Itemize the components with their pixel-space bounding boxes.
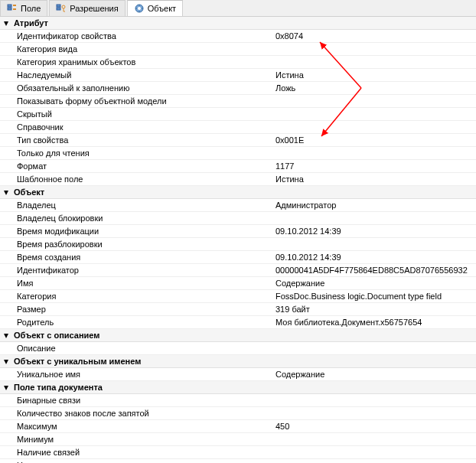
property-row[interactable]: ИмяСодержание: [0, 277, 476, 290]
property-row[interactable]: Не учитывать международное время: [0, 459, 476, 463]
property-row[interactable]: Скрытый: [0, 108, 476, 121]
tab-object[interactable]: Объект: [127, 0, 183, 16]
collapse-icon[interactable]: ▾: [2, 331, 11, 340]
property-label: Категория хранимых объектов: [0, 57, 274, 67]
property-label: Шаблонное поле: [0, 174, 274, 184]
property-row[interactable]: Время разблокировки: [0, 238, 476, 251]
section-object[interactable]: ▾ Объект: [0, 186, 476, 199]
property-row[interactable]: Только для чтения: [0, 147, 476, 160]
property-row[interactable]: Время модификации09.10.2012 14:39: [0, 225, 476, 238]
property-row[interactable]: Количество знаков после запятой: [0, 407, 476, 420]
object-icon: [134, 3, 145, 14]
field-icon: [7, 3, 18, 14]
property-row[interactable]: Время создания09.10.2012 14:39: [0, 251, 476, 264]
collapse-icon[interactable]: ▾: [2, 383, 11, 392]
property-row[interactable]: Шаблонное полеИстина: [0, 173, 476, 186]
property-value[interactable]: 1177: [274, 161, 476, 171]
property-label: Описание: [0, 344, 274, 353]
property-label: Бинарные связи: [0, 396, 274, 405]
property-row[interactable]: Идентификатор00000041A5DF4F775864ED88C5A…: [0, 264, 476, 277]
property-label: Имя: [0, 279, 274, 288]
property-value[interactable]: 319 байт: [274, 305, 476, 314]
property-label: Время модификации: [0, 227, 274, 236]
property-row[interactable]: Категория хранимых объектов: [0, 56, 476, 69]
property-row[interactable]: Показывать форму объектной модели: [0, 95, 476, 108]
property-row[interactable]: КатегорияFossDoc.Business logic.Document…: [0, 290, 476, 303]
svg-point-4: [62, 5, 65, 8]
property-value[interactable]: 450: [274, 422, 476, 431]
property-row[interactable]: Обязательный к заполнениюЛожь: [0, 82, 476, 95]
property-label: Формат: [0, 161, 274, 171]
property-value[interactable]: Истина: [274, 70, 476, 80]
section-object-desc[interactable]: ▾ Объект с описанием: [0, 329, 476, 342]
property-row[interactable]: Бинарные связи: [0, 394, 476, 407]
property-value[interactable]: Содержание: [274, 370, 476, 379]
property-row[interactable]: Описание: [0, 342, 476, 355]
section-object-unique[interactable]: ▾ Объект с уникальным именем: [0, 355, 476, 368]
property-label: Время создания: [0, 253, 274, 262]
tab-permissions[interactable]: Разрешения: [49, 0, 125, 16]
property-label: Тип свойства: [0, 135, 274, 145]
property-row[interactable]: ВладелецАдминистратор: [0, 199, 476, 212]
property-row[interactable]: НаследуемыйИстина: [0, 69, 476, 82]
property-label: Категория: [0, 292, 274, 301]
collapse-icon[interactable]: ▾: [2, 187, 11, 197]
property-label: Обязательный к заполнению: [0, 83, 274, 93]
tab-object-label: Объект: [148, 4, 176, 13]
property-value[interactable]: Истина: [274, 174, 476, 184]
section-attribute[interactable]: ▾ Атрибут: [0, 17, 476, 30]
property-label: Размер: [0, 305, 274, 314]
svg-point-6: [138, 7, 141, 10]
property-row[interactable]: Наличие связей: [0, 446, 476, 459]
property-label: Количество знаков после запятой: [0, 409, 274, 418]
collapse-icon[interactable]: ▾: [2, 357, 11, 366]
section-object-title: Объект: [14, 187, 44, 197]
tab-field-label: Поле: [21, 4, 41, 13]
property-row[interactable]: Размер319 байт: [0, 303, 476, 316]
property-value[interactable]: Ложь: [274, 83, 476, 93]
property-label: Скрытый: [0, 109, 274, 119]
tab-field[interactable]: Поле: [0, 0, 47, 16]
property-label: Максимум: [0, 422, 274, 431]
tabs-bar: Поле Разрешения Объект: [0, 0, 476, 17]
property-value[interactable]: FossDoc.Business logic.Document type fie…: [274, 292, 476, 301]
property-row[interactable]: Минимум: [0, 433, 476, 446]
property-row[interactable]: Тип свойства0x001E: [0, 134, 476, 147]
property-row[interactable]: Уникальное имяСодержание: [0, 368, 476, 381]
property-value[interactable]: 0x001E: [274, 135, 476, 145]
property-label: Показывать форму объектной модели: [0, 96, 274, 106]
property-label: Родитель: [0, 318, 274, 327]
property-row[interactable]: Идентификатор свойства0x8074: [0, 30, 476, 43]
permissions-icon: [56, 3, 67, 14]
section-object-unique-title: Объект с уникальным именем: [14, 357, 141, 366]
property-row[interactable]: Формат1177: [0, 160, 476, 173]
property-value[interactable]: 00000041A5DF4F775864ED88C5AD87076556932: [274, 266, 476, 275]
property-label: Время разблокировки: [0, 240, 274, 249]
property-label: Категория вида: [0, 44, 274, 54]
property-row[interactable]: Категория вида: [0, 43, 476, 56]
property-value[interactable]: 09.10.2012 14:39: [274, 253, 476, 262]
property-row[interactable]: Справочник: [0, 121, 476, 134]
property-grid[interactable]: ▾ Атрибут Идентификатор свойства0x8074 К…: [0, 17, 476, 463]
property-label: Идентификатор свойства: [0, 31, 274, 41]
property-value[interactable]: Администратор: [274, 201, 476, 210]
property-row[interactable]: РодительМоя библиотека.Документ.x5675765…: [0, 316, 476, 329]
property-label: Минимум: [0, 435, 274, 444]
svg-rect-1: [8, 8, 11, 10]
property-value[interactable]: Содержание: [274, 279, 476, 288]
section-attribute-title: Атрибут: [14, 18, 48, 28]
property-row[interactable]: Максимум450: [0, 420, 476, 433]
property-value[interactable]: 0x8074: [274, 31, 476, 41]
property-value[interactable]: Моя библиотека.Документ.x56757654: [274, 318, 476, 327]
property-label: Уникальное имя: [0, 370, 274, 379]
section-object-desc-title: Объект с описанием: [14, 331, 99, 340]
collapse-icon[interactable]: ▾: [2, 18, 11, 28]
property-label: Идентификатор: [0, 266, 274, 275]
property-row[interactable]: Владелец блокировки: [0, 212, 476, 225]
property-label: Справочник: [0, 122, 274, 132]
property-label: Наличие связей: [0, 448, 274, 457]
svg-rect-0: [8, 5, 11, 7]
property-value[interactable]: 09.10.2012 14:39: [274, 227, 476, 236]
property-label: Владелец: [0, 201, 274, 210]
section-doc-field[interactable]: ▾ Поле типа документа: [0, 381, 476, 394]
